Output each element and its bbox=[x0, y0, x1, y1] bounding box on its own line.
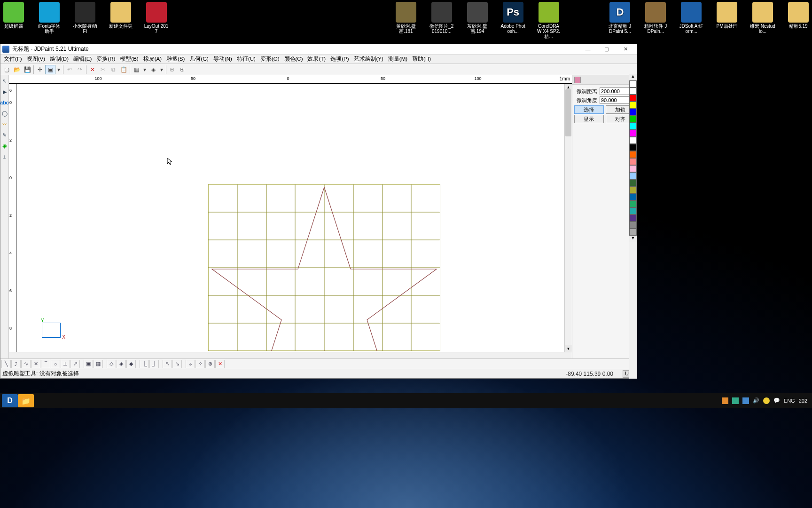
btool-14[interactable]: ⎿ bbox=[140, 360, 149, 368]
menu-item[interactable]: 文件(F) bbox=[1, 55, 24, 64]
desktop-icon[interactable]: 新建文件夹 bbox=[108, 2, 133, 40]
tray-icon[interactable]: 💬 bbox=[773, 397, 780, 404]
menu-item[interactable]: 模型(B) bbox=[117, 55, 141, 64]
select-dropdown[interactable]: ▾ bbox=[55, 65, 62, 74]
btool-15[interactable]: ⏌ bbox=[149, 360, 159, 368]
color-swatch[interactable] bbox=[629, 80, 637, 87]
desktop-icon[interactable]: 精雕5.19 bbox=[786, 2, 811, 40]
tray-icon[interactable] bbox=[742, 397, 749, 404]
vertical-scrollbar[interactable]: ▲ ▼ bbox=[564, 84, 572, 352]
btool-11[interactable]: ◇ bbox=[107, 360, 116, 368]
color-swatch[interactable] bbox=[629, 144, 637, 151]
menu-item[interactable]: 视图(V) bbox=[24, 55, 47, 64]
btool-18[interactable]: ⟐ bbox=[186, 360, 195, 368]
select-button[interactable]: 选择 bbox=[574, 105, 604, 114]
horizontal-scrollbar[interactable] bbox=[9, 352, 572, 358]
menu-item[interactable]: 绘制(D) bbox=[47, 55, 71, 64]
select-mode-button[interactable]: ✛ bbox=[35, 65, 45, 74]
tray-language[interactable]: ENG bbox=[784, 398, 795, 404]
menu-item[interactable]: 几何(G) bbox=[187, 55, 211, 64]
color-swatch[interactable] bbox=[629, 172, 637, 179]
desktop-icon[interactable]: 维宏 Ncstudio... bbox=[750, 2, 775, 40]
tray-icon[interactable] bbox=[732, 397, 739, 404]
color-swatch[interactable] bbox=[629, 109, 637, 116]
color-swatch[interactable] bbox=[629, 130, 637, 137]
scroll-thumb[interactable] bbox=[565, 89, 571, 136]
menu-item[interactable]: 颜色(C) bbox=[282, 55, 305, 64]
btool-cancel[interactable]: ✕ bbox=[215, 360, 225, 368]
btool-13[interactable]: ◆ bbox=[126, 360, 136, 368]
menu-item[interactable]: 效果(T) bbox=[305, 55, 328, 64]
color-swatch[interactable] bbox=[629, 229, 637, 236]
desktop-icon[interactable]: PsAdobe Photosh... bbox=[500, 2, 526, 40]
menu-item[interactable]: 橡皮(A) bbox=[141, 55, 164, 64]
desktop-icon[interactable]: 黄砂岩.壁画.181 bbox=[393, 2, 419, 40]
color-scroll-down[interactable]: ▼ bbox=[629, 236, 637, 242]
desktop-icon[interactable]: 微信图片_2019010... bbox=[429, 2, 454, 40]
menu-item[interactable]: 特征(U) bbox=[234, 55, 258, 64]
color-swatch[interactable] bbox=[629, 222, 637, 229]
system-tray[interactable]: 🔊 💬 ENG 202 bbox=[722, 397, 810, 404]
canvas[interactable]: Y X bbox=[16, 84, 564, 352]
menu-item[interactable]: 艺术绘制(Y) bbox=[351, 55, 386, 64]
open-file-button[interactable]: 📂 bbox=[12, 65, 22, 74]
tool-fill[interactable]: ◉ bbox=[0, 141, 8, 151]
shield-on-button[interactable]: ⛨ bbox=[178, 65, 188, 74]
tool-pointer[interactable]: ↖ bbox=[0, 76, 8, 86]
tool-measure[interactable]: ⟂ bbox=[0, 152, 8, 161]
desktop-icon[interactable]: D北京精雕 JDPaint 5... bbox=[607, 2, 632, 40]
desktop-icon[interactable]: 超级解霸 bbox=[1, 2, 26, 40]
save-button[interactable]: 💾 bbox=[22, 65, 32, 74]
maximize-button[interactable]: ▢ bbox=[597, 44, 616, 55]
btool-10[interactable]: ▦ bbox=[94, 360, 103, 368]
tray-icon[interactable] bbox=[763, 397, 770, 404]
desktop-icon[interactable]: iFonts字体助手 bbox=[37, 2, 62, 40]
scroll-down-arrow[interactable]: ▼ bbox=[565, 345, 572, 352]
desktop-icon[interactable]: 小米随身WiFi bbox=[72, 2, 98, 40]
desktop-icon[interactable]: PM后处理 bbox=[714, 2, 740, 40]
layer-dropdown[interactable]: ▾ bbox=[158, 65, 165, 74]
btool-16[interactable]: ↖ bbox=[163, 360, 172, 368]
new-file-button[interactable]: ▢ bbox=[1, 65, 12, 74]
color-swatch[interactable] bbox=[629, 102, 637, 109]
tray-icon[interactable] bbox=[722, 397, 728, 404]
color-swatch[interactable] bbox=[629, 186, 637, 193]
tray-sound-icon[interactable]: 🔊 bbox=[753, 397, 759, 404]
undo-button[interactable]: ↶ bbox=[64, 65, 75, 74]
minimize-button[interactable]: — bbox=[578, 44, 597, 55]
color-swatch[interactable] bbox=[629, 151, 637, 158]
menu-item[interactable]: 导动(N) bbox=[211, 55, 234, 64]
taskbar-app-jdpaint[interactable]: D bbox=[2, 394, 18, 407]
copy-button[interactable]: ⧉ bbox=[108, 65, 118, 74]
color-swatch[interactable] bbox=[629, 179, 637, 186]
menu-item[interactable]: 变形(O) bbox=[258, 55, 282, 64]
color-swatch[interactable] bbox=[629, 165, 637, 172]
color-swatch[interactable] bbox=[629, 137, 637, 144]
color-swatch[interactable] bbox=[629, 200, 637, 207]
tool-brush[interactable]: ✎ bbox=[0, 130, 8, 140]
tool-text[interactable]: abc bbox=[0, 98, 8, 107]
btool-8[interactable]: ↗ bbox=[70, 360, 80, 368]
btool-9[interactable]: ▣ bbox=[84, 360, 93, 368]
paste-button[interactable]: 📋 bbox=[118, 65, 129, 74]
btool-2[interactable]: ⤴ bbox=[11, 360, 21, 368]
titlebar[interactable]: 无标题 - JDPaint 5.21 Ultimate — ▢ ✕ bbox=[0, 44, 637, 55]
tool-shapes[interactable]: ◯ bbox=[0, 109, 8, 118]
color-swatch[interactable] bbox=[629, 123, 637, 130]
panel-tab-icon[interactable] bbox=[574, 77, 581, 83]
btool-12[interactable]: ◈ bbox=[117, 360, 126, 368]
btool-1[interactable]: ╲ bbox=[1, 360, 11, 368]
color-swatch[interactable] bbox=[629, 193, 637, 200]
tool-curve[interactable]: 〰 bbox=[0, 119, 8, 129]
shield-off-button[interactable]: ⛨ bbox=[167, 65, 178, 74]
btool-17[interactable]: ↘ bbox=[172, 360, 182, 368]
menu-item[interactable]: 雕塑(S) bbox=[164, 55, 187, 64]
btool-7[interactable]: ⊥ bbox=[61, 360, 70, 368]
menu-item[interactable]: 帮助(H) bbox=[410, 55, 433, 64]
cut-button[interactable]: ✂ bbox=[98, 65, 108, 74]
delete-button[interactable]: ✕ bbox=[87, 65, 98, 74]
color-swatch[interactable] bbox=[629, 214, 637, 222]
desktop-icon[interactable]: CorelDRAW X4 SP2.精... bbox=[536, 2, 562, 40]
color-swatch[interactable] bbox=[629, 95, 637, 102]
show-button[interactable]: 显示 bbox=[574, 115, 604, 123]
